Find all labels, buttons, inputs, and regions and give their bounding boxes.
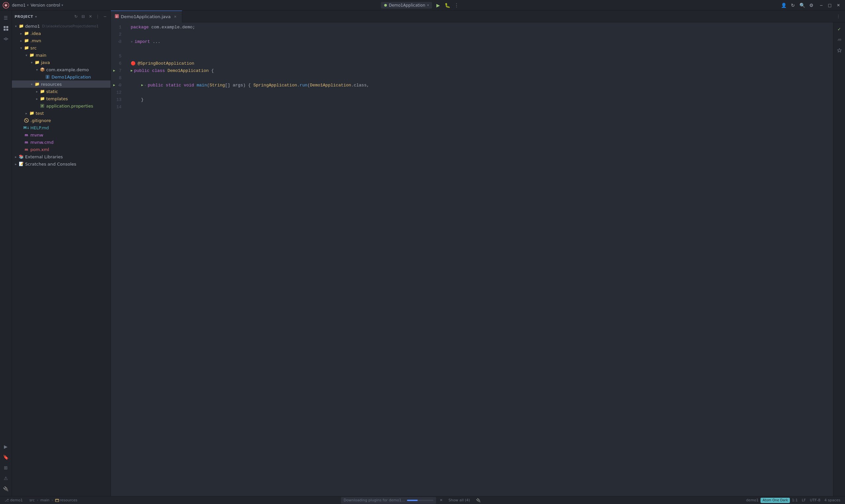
activity-icon-bookmarks[interactable]: 🔖 — [1, 452, 11, 462]
statusbar-plugin-icon[interactable]: 🔌 — [475, 497, 482, 504]
tree-folder-icon-main: 📁 — [29, 52, 34, 58]
tree-item-java[interactable]: ▾ 📁 java — [12, 59, 110, 66]
tree-item-pom-xml[interactable]: ▸ m pom.xml — [12, 146, 110, 153]
tree-item-templates[interactable]: ▸ 📁 templates — [12, 95, 110, 102]
minimap-icon[interactable]: m — [835, 36, 843, 43]
app-logo — [3, 2, 9, 8]
run-inline-icon-7: ▶ — [131, 67, 133, 74]
sidebar-more-button[interactable]: ⋮ — [95, 14, 101, 19]
tree-item-com-example-demo[interactable]: ▾ 📦 com.example.demo — [12, 66, 110, 73]
ai-assistant-icon[interactable] — [835, 46, 843, 54]
tab-bar-actions: ⋮ — [834, 13, 845, 20]
token-params-9: ( — [207, 82, 210, 89]
run-config-selector[interactable]: Demo1Application ▾ — [381, 2, 432, 8]
activity-icon-problems[interactable]: ⚠ — [1, 474, 11, 483]
status-line-sep[interactable]: LF — [800, 497, 808, 504]
sidebar-close-button[interactable]: ✕ — [87, 14, 93, 19]
tab-java-icon: J — [115, 14, 119, 19]
svg-rect-4 — [6, 26, 8, 28]
tree-item-demo1[interactable]: ▾ 📁 demo1 D:\xiaoke\courseProject\demo1 — [12, 22, 110, 30]
maximize-button[interactable]: □ — [826, 1, 834, 9]
tree-folder-icon-java: 📁 — [34, 60, 40, 65]
code-editor[interactable]: package com.example.demo; ▸ import ... 🔴 — [128, 22, 833, 496]
tree-java-file-icon: J — [45, 74, 50, 79]
svg-text:P: P — [41, 105, 43, 108]
git-update-button[interactable]: ↻ — [790, 2, 796, 8]
tree-label-pom-xml: pom.xml — [30, 147, 49, 152]
run-gutter-button-7[interactable]: ▶ — [111, 68, 117, 74]
close-button[interactable]: ✕ — [834, 1, 842, 9]
tree-item-external-libs[interactable]: ▸ 📚 External Libraries — [12, 153, 110, 160]
tree-item-idea[interactable]: ▸ 📁 .idea — [12, 30, 110, 37]
tree-xml-file-icon: m — [24, 147, 29, 152]
svg-text:J: J — [47, 75, 48, 78]
project-selector[interactable]: demo1 ▾ — [12, 3, 29, 7]
version-control-selector[interactable]: Version control ▾ — [31, 3, 64, 7]
settings-button[interactable]: ⚙ — [808, 2, 815, 8]
tree-item-application-properties[interactable]: ▸ P application.properties — [12, 102, 110, 109]
tree-folder-icon-test: 📁 — [29, 110, 34, 116]
tree-item-demo1application[interactable]: ▸ J Demo1Application — [12, 73, 110, 80]
tree-item-mvnw-cmd[interactable]: ▸ m mvnw.cmd — [12, 139, 110, 146]
tree-item-mvn[interactable]: ▸ 📁 .mvn — [12, 37, 110, 44]
tree-item-help-md[interactable]: ▸ M↓ HELP.md — [12, 124, 110, 131]
run-button[interactable]: ▶ — [435, 2, 441, 8]
show-all-button[interactable]: Show all (4) — [446, 497, 472, 504]
tree-label-mvnw: mvnw — [30, 132, 43, 138]
tree-item-test[interactable]: ▸ 📁 test — [12, 109, 110, 117]
tree-item-static[interactable]: ▸ 📁 static — [12, 88, 110, 95]
show-all-label: Show all (4) — [448, 498, 470, 502]
sidebar-tree: ▾ 📁 demo1 D:\xiaoke\courseProject\demo1 … — [12, 22, 110, 496]
token-brace-7: { — [209, 67, 214, 74]
gutter-line-13: 13 — [111, 96, 125, 104]
tab-bar-more-button[interactable]: ⋮ — [834, 13, 842, 20]
tree-folder-icon-idea: 📁 — [24, 31, 29, 36]
token-run-fn: run — [300, 82, 307, 89]
status-project-name[interactable]: demo1 — [744, 497, 760, 504]
encoding-label: UTF-8 — [810, 498, 820, 502]
fold-button-3[interactable]: ▸ — [117, 40, 122, 44]
sidebar-collapse-button[interactable]: ⊟ — [80, 14, 86, 19]
tree-ext-libs-icon: 📚 — [18, 154, 24, 159]
run-gutter-button-9[interactable]: ▶ — [111, 83, 117, 88]
status-indent[interactable]: 4 spaces — [823, 497, 843, 504]
fold-button-9[interactable]: ▸ — [117, 83, 122, 88]
breadcrumb-sep2: › — [51, 498, 54, 502]
activity-icon-project[interactable] — [1, 24, 11, 33]
tree-item-main[interactable]: ▾ 📁 main — [12, 52, 110, 59]
tab-close-button[interactable]: ✕ — [173, 14, 178, 19]
tree-arrow-package: ▾ — [34, 67, 40, 72]
tree-item-scratches[interactable]: ▸ 📝 Scratches and Consoles — [12, 160, 110, 167]
sidebar-minimize-button[interactable]: − — [102, 14, 108, 19]
svg-rect-5 — [4, 29, 6, 31]
download-text: Downloading plugins for demo1... — [344, 498, 405, 502]
status-position[interactable]: 1:1 — [790, 497, 800, 504]
status-encoding[interactable]: UTF-8 — [808, 497, 822, 504]
tree-item-gitignore[interactable]: ▸ .gitignore — [12, 117, 110, 124]
add-user-button[interactable]: 👤 — [780, 2, 787, 8]
debug-button[interactable]: 🐛 — [444, 2, 451, 8]
activity-icon-plugins[interactable]: 🔌 — [1, 484, 11, 493]
sidebar-sync-button[interactable]: ↻ — [73, 14, 79, 19]
activity-icon-structure[interactable]: ⊞ — [1, 463, 11, 472]
activity-icon-run[interactable]: ▶ — [1, 442, 11, 451]
minimize-button[interactable]: − — [817, 1, 825, 9]
run-config-label: Demo1Application — [389, 3, 425, 7]
status-download-indicator[interactable]: Downloading plugins for demo1... — [341, 497, 436, 504]
more-run-options-button[interactable]: ⋮ — [453, 2, 460, 8]
activity-icon-menu[interactable]: ☰ — [1, 13, 11, 22]
token-package-name: com.example.demo; — [149, 24, 195, 31]
svg-line-15 — [25, 120, 28, 121]
status-profile-tag[interactable]: Atom One Dark — [760, 498, 790, 503]
tree-item-mvnw[interactable]: ▸ m mvnw — [12, 131, 110, 139]
activity-icon-commit[interactable] — [1, 34, 11, 43]
gutter-line-4 — [111, 46, 125, 53]
tab-demo1application[interactable]: J Demo1Application.java ✕ — [111, 11, 182, 22]
tree-item-resources[interactable]: ▾ 📁 resources — [12, 80, 110, 88]
tree-item-src[interactable]: ▾ 📁 src — [12, 44, 110, 52]
search-everywhere-button[interactable]: 🔍 — [799, 2, 805, 8]
code-line-2 — [131, 31, 830, 38]
status-branch-selector[interactable]: ⎇ demo1 — [3, 497, 25, 504]
download-cancel-button[interactable]: ✕ — [439, 498, 444, 503]
code-line-14 — [131, 104, 830, 111]
